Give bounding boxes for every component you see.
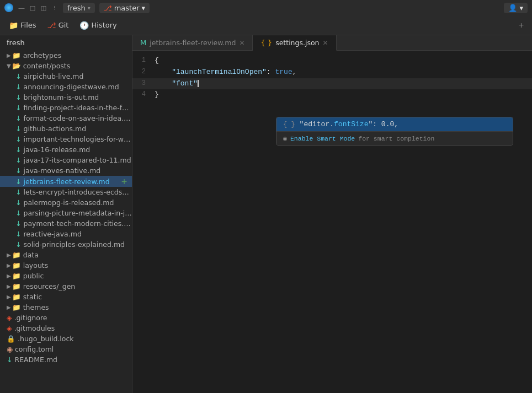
sidebar-item-jetbrains-fleet-review[interactable]: ↓ jetbrains-fleet-review.md + <box>0 176 132 187</box>
sidebar-item-layouts[interactable]: ▶ 📁 layouts <box>0 260 132 271</box>
folder-icon: 📁 <box>12 51 21 60</box>
branch-selector[interactable]: ⎇ master ▾ <box>99 3 150 13</box>
sidebar-item-parsing-picture[interactable]: ↓ parsing-picture-metadata-in-java <box>0 208 132 218</box>
sidebar-item-static[interactable]: ▶ 📁 static <box>0 292 132 302</box>
branch-icon: ⎇ <box>104 4 112 12</box>
tab-settings-json[interactable]: { } settings.json ✕ <box>253 35 336 51</box>
folder-arrow-icon: ▶ <box>7 252 11 258</box>
sidebar-item-airpichub-live[interactable]: ↓ airpichub-live.md <box>0 71 132 82</box>
project-name: fresh <box>67 4 86 12</box>
md-file-icon: ↓ <box>15 188 21 196</box>
autocomplete-item-text: "editor.fontSize": 0.0, <box>300 120 398 128</box>
add-button[interactable]: + <box>515 19 528 31</box>
sidebar-item-palermopg[interactable]: ↓ palermopg-is-released.md <box>0 197 132 208</box>
sidebar-item-github-actions[interactable]: ↓ github-actions.md <box>0 123 132 134</box>
app-logo <box>4 3 13 12</box>
editor-content[interactable]: 1 { 2 "launchTerminalOnOpen": true, 3 <box>132 51 532 393</box>
editor-line: 2 "launchTerminalOnOpen": true, <box>132 67 532 78</box>
files-button[interactable]: 📁 Files <box>4 19 41 32</box>
sidebar-item-archetypes[interactable]: ▶ 📁 archetypes <box>0 50 132 61</box>
sidebar-item-important-technologies[interactable]: ↓ important-technologies-for-web-c <box>0 134 132 144</box>
sidebar-item-java-moves-native[interactable]: ↓ java-moves-native.md <box>0 165 132 176</box>
sidebar-item-label: finding-project-ideas-in-the-fores <box>23 104 132 112</box>
sidebar-item-label: .gitmodules <box>14 324 55 332</box>
sidebar-item-resources-gen[interactable]: ▶ 📁 resources/_gen <box>0 281 132 292</box>
sidebar-item-label: important-technologies-for-web-c <box>23 135 132 143</box>
sidebar-item-data[interactable]: ▶ 📁 data <box>0 250 132 260</box>
sidebar-item-java17[interactable]: ↓ java-17-its-compared-to-11.md <box>0 155 132 165</box>
sidebar-item-label: palermopg-is-released.md <box>23 198 114 207</box>
toml-file-icon: ◉ <box>7 345 13 353</box>
autocomplete-highlight: fontSize <box>334 120 368 128</box>
md-file-icon: ↓ <box>15 230 21 238</box>
sidebar-item-label: jetbrains-fleet-review.md <box>23 177 109 186</box>
md-file-icon: ↓ <box>15 166 21 175</box>
line-number: 2 <box>132 67 155 77</box>
sidebar-item-label: format-code-on-save-in-idea.md <box>23 114 132 122</box>
sidebar-item-readme[interactable]: ↓ README.md <box>0 354 132 365</box>
sidebar-item-reactive-java[interactable]: ↓ reactive-java.md <box>0 229 132 239</box>
sidebar-item-label: java-17-its-compared-to-11.md <box>23 156 131 164</box>
sidebar-item-announcing-digestwave[interactable]: ↓ announcing-digestwave.md <box>0 82 132 92</box>
branch-name: master <box>114 4 140 12</box>
tile-button[interactable]: □ <box>29 4 36 12</box>
md-file-icon: ↓ <box>15 240 21 249</box>
editor-line: 1 { <box>132 55 532 67</box>
tab-label: jetbrains-fleet-review.md <box>150 39 236 47</box>
sidebar-item-label: content/posts <box>23 62 71 70</box>
md-file-icon: ↓ <box>15 219 21 228</box>
json-token: } <box>155 90 159 99</box>
autocomplete-item[interactable]: { } "editor.fontSize": 0.0, <box>276 117 513 131</box>
sidebar-item-themes[interactable]: ▶ 📁 themes <box>0 302 132 313</box>
sidebar-item-label: announcing-digestwave.md <box>23 83 119 91</box>
sidebar-item-label: lets-encrypt-introduces-ecdsa.md <box>23 188 132 196</box>
line-content: } <box>155 89 532 101</box>
sidebar-item-public[interactable]: ▶ 📁 public <box>0 271 132 281</box>
sidebar-item-label: payment-tech-modern-cities.md <box>23 219 132 228</box>
git-label: Git <box>58 21 69 29</box>
sidebar-toggle-button[interactable]: ◫ <box>40 4 47 12</box>
autocomplete-popup: { } "editor.fontSize": 0.0, ◉ Enable Sma… <box>276 117 513 146</box>
sidebar-item-content-posts[interactable]: ▼ 📂 content/posts <box>0 61 132 71</box>
sidebar-item-java16[interactable]: ↓ java-16-release.md <box>0 144 132 155</box>
sidebar-item-finding-project[interactable]: ↓ finding-project-ideas-in-the-fores <box>0 103 132 113</box>
sidebar-item-label: github-actions.md <box>23 125 86 133</box>
folder-open-arrow-icon: ▼ <box>7 63 11 69</box>
tabs-bar: M jetbrains-fleet-review.md ✕ { } settin… <box>132 35 532 51</box>
sidebar-item-label: parsing-picture-metadata-in-java <box>23 209 132 217</box>
project-selector[interactable]: fresh ▾ <box>63 3 95 13</box>
grid-button[interactable]: ⁝ <box>51 4 58 12</box>
tab-close-button[interactable]: ✕ <box>323 39 328 47</box>
tab-jetbrains-fleet-review[interactable]: M jetbrains-fleet-review.md ✕ <box>132 35 253 50</box>
git-button[interactable]: ⎇ Git <box>43 19 73 32</box>
smart-mode-link[interactable]: Enable Smart Mode <box>290 135 355 142</box>
sidebar-item-label: airpichub-live.md <box>23 72 83 80</box>
md-file-icon: ↓ <box>15 209 21 217</box>
user-menu[interactable]: 👤 ▾ <box>504 3 528 13</box>
git-file-icon: ◈ <box>7 324 12 332</box>
json-token: "font" <box>172 79 198 88</box>
autocomplete-footer-text: for smart completion <box>358 135 434 142</box>
md-file-icon: ↓ <box>15 72 21 80</box>
line-number: 3 <box>132 78 155 89</box>
sidebar-item-lets-encrypt[interactable]: ↓ lets-encrypt-introduces-ecdsa.md <box>0 187 132 197</box>
sidebar-item-gitmodules[interactable]: ◈ .gitmodules <box>0 323 132 333</box>
json-token: : <box>267 68 271 76</box>
sidebar-item-gitignore[interactable]: ◈ .gitignore <box>0 313 132 323</box>
titlebar: ― □ ◫ ⁝ fresh ▾ ⎇ master ▾ 👤 ▾ <box>0 0 532 15</box>
folder-arrow-icon: ▶ <box>7 52 11 58</box>
sidebar-item-config-toml[interactable]: ◉ config.toml <box>0 344 132 354</box>
minimize-button[interactable]: ― <box>18 4 25 12</box>
files-icon: 📁 <box>9 21 18 30</box>
sidebar-item-hugo-build-lock[interactable]: 🔒 .hugo_build.lock <box>0 333 132 344</box>
history-button[interactable]: 🕐 History <box>75 19 121 32</box>
editor-line: 3 "font" <box>132 78 532 90</box>
sidebar-item-solid-principles[interactable]: ↓ solid-principles-explained.md <box>0 239 132 250</box>
tab-close-button[interactable]: ✕ <box>239 39 244 47</box>
add-file-btn[interactable]: + <box>121 177 127 186</box>
sidebar-item-payment-tech[interactable]: ↓ payment-tech-modern-cities.md <box>0 218 132 229</box>
line-number: 4 <box>132 89 155 100</box>
md-file-icon: ↓ <box>15 104 21 112</box>
sidebar-item-format-code[interactable]: ↓ format-code-on-save-in-idea.md <box>0 113 132 123</box>
sidebar-item-brightonum[interactable]: ↓ brightonum-is-out.md <box>0 92 132 103</box>
